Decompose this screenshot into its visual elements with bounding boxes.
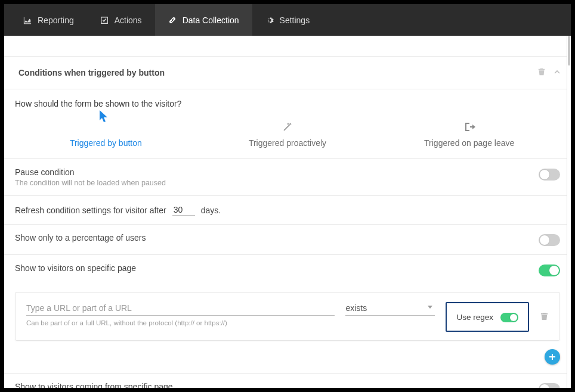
trigger-question: How should the form be shown to the visi… <box>15 99 560 108</box>
url-operator-select[interactable]: exists <box>345 302 435 316</box>
percentage-row: Show only to a percentage of users <box>4 225 571 255</box>
add-rule-button[interactable] <box>545 349 560 365</box>
rule-area: Can be part of or a full URL, without th… <box>4 292 571 341</box>
nav-settings-label: Settings <box>280 15 310 25</box>
url-input[interactable] <box>26 302 335 316</box>
specific-page-toggle[interactable] <box>539 265 560 276</box>
svg-rect-1 <box>549 356 555 357</box>
add-rule-row <box>4 341 571 373</box>
cursor-icon <box>98 110 109 125</box>
pause-label: Pause condition <box>15 167 539 177</box>
refresh-prefix: Refresh condition settings for visitor a… <box>15 206 166 215</box>
percentage-toggle[interactable] <box>539 234 560 246</box>
nav-reporting-label: Reporting <box>38 15 74 25</box>
chevron-up-icon <box>554 69 560 75</box>
trigger-on-leave-label: Triggered on page leave <box>424 138 514 148</box>
exit-icon <box>463 122 475 132</box>
scrollbar[interactable] <box>567 36 571 388</box>
from-page-toggle[interactable] <box>539 383 560 388</box>
content-scroll[interactable]: Conditions when triggered by button How … <box>4 36 571 388</box>
nav-data-collection-label: Data Collection <box>183 15 239 25</box>
trash-icon <box>537 67 546 76</box>
top-gap <box>4 36 571 56</box>
panel-header[interactable]: Conditions when triggered by button <box>4 56 571 89</box>
trigger-by-button-label: Triggered by button <box>70 138 142 148</box>
nav-actions[interactable]: Actions <box>87 4 155 36</box>
nav-settings[interactable]: Settings <box>252 4 323 36</box>
collapse-panel-button[interactable] <box>554 69 560 76</box>
refresh-row: Refresh condition settings for visitor a… <box>4 196 571 225</box>
url-rule-card: Can be part of or a full URL, without th… <box>15 292 560 341</box>
pause-help: The condition will not be loaded when pa… <box>15 179 539 187</box>
app-frame: Reporting Actions Data Collection Settin… <box>4 4 571 388</box>
link-icon <box>168 16 177 24</box>
panel-title: Conditions when triggered by button <box>18 68 537 77</box>
wand-icon <box>282 122 293 132</box>
trash-icon <box>540 312 549 321</box>
refresh-days-input[interactable] <box>172 204 195 216</box>
delete-condition-button[interactable] <box>537 67 546 78</box>
trigger-proactively-label: Triggered proactively <box>249 138 326 148</box>
pause-toggle[interactable] <box>539 169 560 181</box>
nav-data-collection[interactable]: Data Collection <box>155 4 252 36</box>
use-regex-toggle[interactable] <box>500 313 518 322</box>
trigger-proactively[interactable]: Triggered proactively <box>197 120 379 148</box>
pause-row: Pause condition The condition will not b… <box>4 159 571 196</box>
percentage-label: Show only to a percentage of users <box>15 233 539 242</box>
from-page-label: Show to visitors coming from specific pa… <box>15 382 539 388</box>
from-page-row: Show to visitors coming from specific pa… <box>4 373 571 388</box>
trigger-options: Triggered by button Triggered proactivel… <box>15 120 560 148</box>
top-nav: Reporting Actions Data Collection Settin… <box>4 4 571 36</box>
url-help: Can be part of or a full URL, without th… <box>26 319 335 326</box>
specific-page-label: Show to visitors on specific page <box>15 263 539 273</box>
use-regex-label: Use regex <box>456 313 493 322</box>
gear-icon <box>265 16 274 24</box>
trigger-on-leave[interactable]: Triggered on page leave <box>378 120 560 148</box>
refresh-suffix: days. <box>201 206 221 215</box>
use-regex-box: Use regex <box>446 302 529 332</box>
nav-reporting[interactable]: Reporting <box>10 4 87 36</box>
specific-page-row: Show to visitors on specific page <box>4 255 571 285</box>
chart-line-icon <box>23 16 32 24</box>
delete-rule-button[interactable] <box>540 312 549 323</box>
checkbox-icon <box>100 16 109 24</box>
nav-actions-label: Actions <box>115 15 142 25</box>
trigger-section: How should the form be shown to the visi… <box>4 89 571 159</box>
plus-icon <box>549 353 556 360</box>
